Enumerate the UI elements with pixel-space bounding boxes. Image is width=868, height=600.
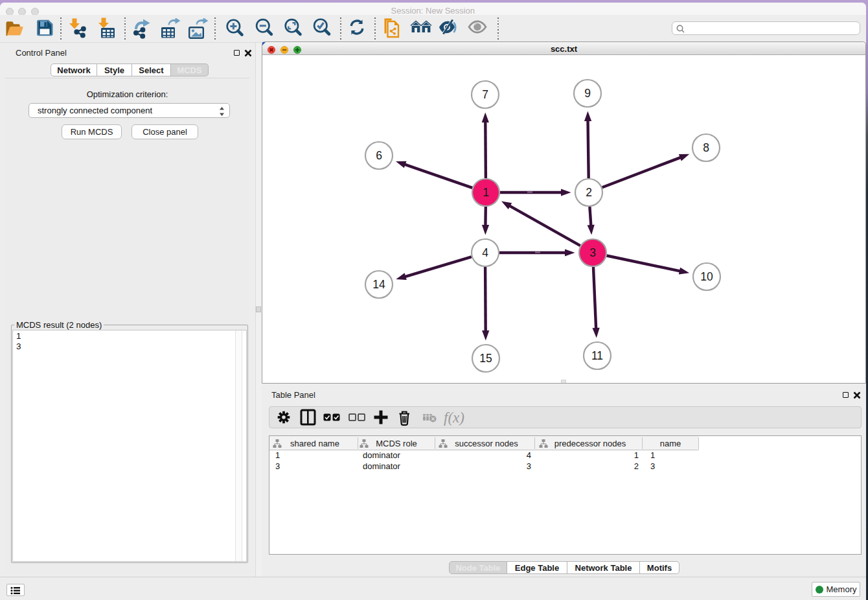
svg-text:1: 1: [483, 186, 489, 199]
svg-text:15: 15: [479, 352, 492, 365]
svg-text:6: 6: [376, 149, 382, 162]
svg-text:10: 10: [700, 270, 713, 283]
svg-text:predecessor nodes: predecessor nodes: [554, 439, 626, 448]
svg-text:3: 3: [589, 246, 596, 259]
svg-text:7: 7: [482, 88, 488, 101]
svg-text:f(x): f(x): [444, 410, 464, 426]
svg-text:MCDS role: MCDS role: [376, 439, 417, 448]
svg-text:4: 4: [482, 246, 488, 259]
svg-text:14: 14: [372, 278, 385, 291]
svg-text:shared name: shared name: [290, 439, 339, 448]
svg-text:8: 8: [703, 141, 709, 154]
svg-text:name: name: [660, 439, 681, 448]
svg-text:11: 11: [591, 349, 603, 362]
svg-text:9: 9: [584, 87, 591, 100]
svg-text:2: 2: [586, 186, 592, 199]
svg-text:successor nodes: successor nodes: [455, 439, 518, 448]
